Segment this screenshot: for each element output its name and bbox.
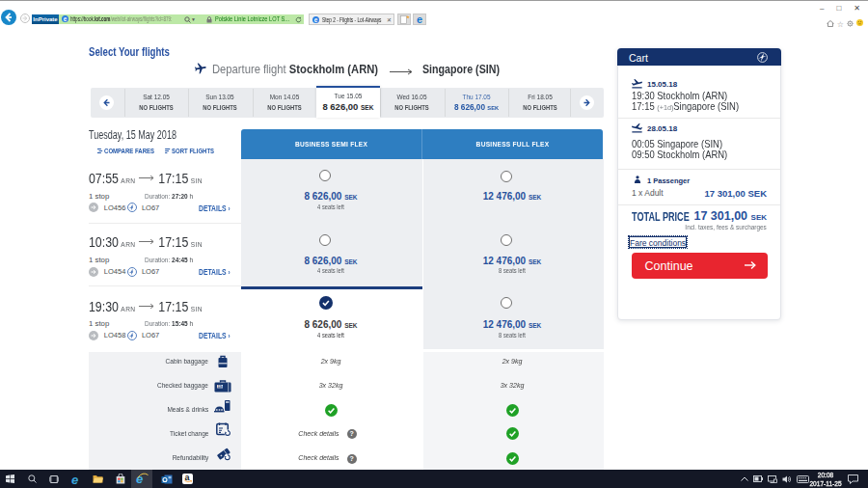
svg-text:2017-11-25: 2017-11-25 [809,480,842,487]
svg-text:20:08: 20:08 [818,472,834,478]
svg-text:32k: 32k [218,385,223,389]
